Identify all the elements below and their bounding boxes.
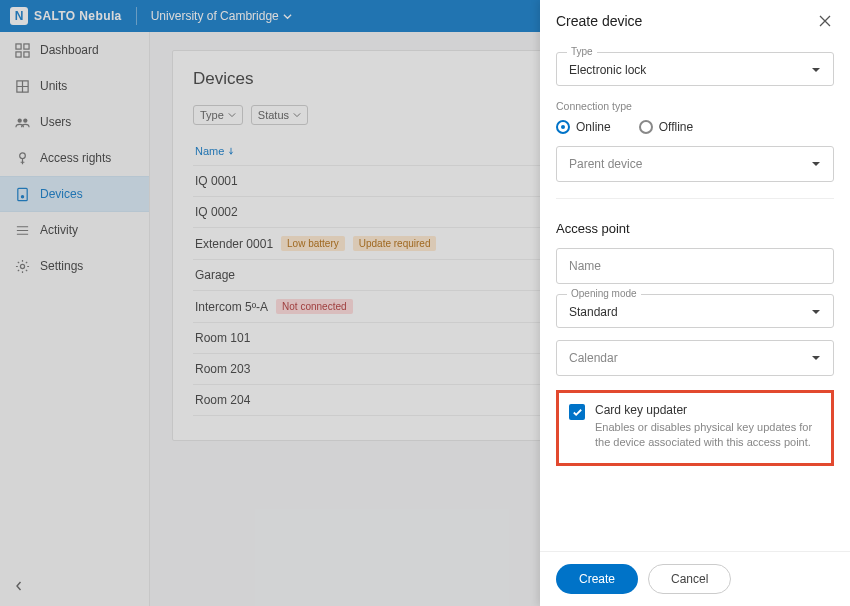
cku-title: Card key updater — [595, 403, 821, 417]
panel-footer: Create Cancel — [540, 551, 850, 606]
field-label: Opening mode — [567, 288, 641, 299]
close-icon — [819, 15, 831, 27]
radio-label: Online — [576, 120, 611, 134]
opening-mode-select[interactable]: Opening mode Standard — [556, 294, 834, 328]
caret-down-icon — [811, 65, 821, 75]
divider — [556, 198, 834, 199]
radio-dot-icon — [639, 120, 653, 134]
cku-description: Enables or disables physical key updates… — [595, 420, 821, 451]
field-label: Type — [567, 46, 597, 57]
create-button[interactable]: Create — [556, 564, 638, 594]
cancel-button[interactable]: Cancel — [648, 564, 731, 594]
radio-offline[interactable]: Offline — [639, 120, 693, 134]
radio-label: Offline — [659, 120, 693, 134]
caret-down-icon — [811, 307, 821, 317]
field-placeholder: Calendar — [569, 351, 618, 365]
radio-online[interactable]: Online — [556, 120, 611, 134]
field-value: Electronic lock — [569, 63, 646, 77]
close-button[interactable] — [816, 12, 834, 30]
connection-type-group: Online Offline — [556, 120, 834, 134]
card-key-updater-checkbox[interactable] — [569, 404, 585, 420]
create-device-panel: Create device Type Electronic lock Conne… — [540, 0, 850, 606]
field-value: Standard — [569, 305, 618, 319]
panel-title: Create device — [556, 13, 642, 29]
access-point-heading: Access point — [556, 221, 834, 236]
check-icon — [572, 407, 583, 418]
caret-down-icon — [811, 353, 821, 363]
connection-type-label: Connection type — [556, 100, 834, 112]
name-input[interactable]: Name — [556, 248, 834, 284]
type-select[interactable]: Type Electronic lock — [556, 52, 834, 86]
card-key-updater-highlight: Card key updater Enables or disables phy… — [556, 390, 834, 466]
caret-down-icon — [811, 159, 821, 169]
field-placeholder: Parent device — [569, 157, 642, 171]
parent-device-select[interactable]: Parent device — [556, 146, 834, 182]
radio-dot-icon — [556, 120, 570, 134]
calendar-select[interactable]: Calendar — [556, 340, 834, 376]
field-placeholder: Name — [569, 259, 601, 273]
